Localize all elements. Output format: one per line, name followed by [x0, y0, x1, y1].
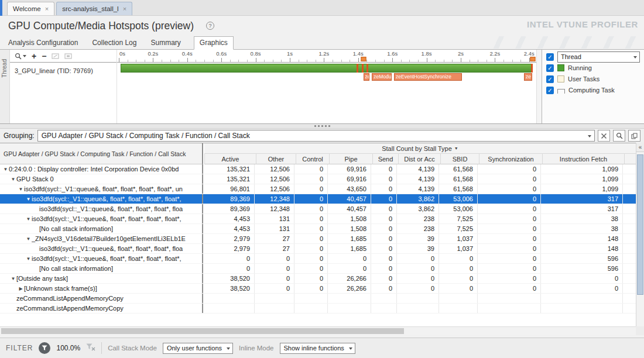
table-row[interactable]: iso3dfd(sycl::_V1::queue&, float*, float…	[0, 204, 636, 214]
copy-button[interactable]	[628, 130, 640, 142]
collapse-panel-button[interactable]: «	[636, 143, 644, 152]
cell: 39	[397, 244, 439, 253]
row-label: iso3dfd(sycl::_V1::queue&, float*, float…	[24, 184, 183, 194]
tab-collection-log[interactable]: Collection Log	[91, 37, 138, 49]
table-row[interactable]: ▼_ZN4sycl3_V16detail7Builder10getElement…	[0, 234, 636, 244]
expander-open-icon[interactable]: ▼	[25, 254, 32, 263]
timeline-scrollbar[interactable]	[536, 50, 542, 123]
table-row[interactable]: [No call stack information]00000000596	[0, 264, 636, 274]
zoom-out-button[interactable]: −	[42, 51, 46, 61]
tab-summary[interactable]: Summary	[149, 37, 181, 49]
inline-mode-select[interactable]: Show inline functions	[280, 343, 355, 354]
cell	[203, 304, 255, 313]
tab-graphics[interactable]: Graphics	[194, 36, 234, 50]
table-row[interactable]: zeCommandListAppendMemoryCopy	[0, 304, 636, 314]
user-task-segment[interactable]: zeEventHostSynchronize	[394, 73, 462, 81]
call-stack-mode-select[interactable]: Only user functions	[163, 343, 233, 354]
table-row[interactable]: iso3dfd(sycl::_V1::queue&, float*, float…	[0, 244, 636, 254]
timeline-ruler[interactable]: 0s0.2s0.4s0.6s0.8s1s1.2s1.4s1.6s1.8s2s2.…	[117, 50, 536, 63]
zoom-select-button[interactable]	[15, 53, 26, 60]
expander-open-icon[interactable]: ▼	[2, 164, 9, 174]
cell: 0	[371, 164, 397, 174]
cell: 1,099	[541, 184, 623, 194]
column-header[interactable]: SBID	[440, 154, 479, 164]
band-selector[interactable]: Thread	[557, 51, 640, 63]
table-row[interactable]: ▼iso3dfd(sycl::_V1::queue&, float*, floa…	[0, 184, 636, 194]
zoom-fit-button[interactable]	[52, 53, 59, 59]
column-header[interactable]: Other	[256, 154, 296, 164]
checkbox[interactable]: ✓	[546, 87, 554, 94]
checkbox[interactable]: ✓	[546, 64, 554, 72]
expander-open-icon[interactable]: ▼	[25, 234, 32, 243]
column-header[interactable]: Send	[372, 154, 398, 164]
table-row[interactable]: ▼GPU Stack 0135,32112,506069,91604,13961…	[0, 174, 636, 184]
column-header[interactable]: Synchronization	[479, 154, 542, 164]
expander-open-icon[interactable]: ▼	[25, 214, 32, 223]
table-row[interactable]: ▼0:24:0.0 : Display controller: Intel Co…	[0, 164, 636, 174]
cell: 0	[439, 254, 478, 263]
column-header[interactable]: Control	[296, 154, 329, 164]
horizontal-scrollbar-thumb[interactable]	[1, 328, 404, 334]
row-label: [No call stack information]	[39, 224, 113, 233]
sort-desc-icon: ▼	[454, 146, 458, 150]
cell: 0	[294, 274, 328, 283]
checkbox[interactable]: ✓	[546, 75, 554, 83]
tree-column-header[interactable]: GPU Adapter / GPU Stack / Computing Task…	[0, 143, 203, 164]
cell: 317	[541, 194, 623, 204]
table-row[interactable]: ▼[Outside any task]38,5200026,26600000	[0, 274, 636, 284]
expander-collapsed-icon[interactable]: ▶	[18, 284, 24, 293]
user-task-segment[interactable]: ze	[364, 73, 370, 81]
splitter-handle[interactable]	[0, 124, 644, 129]
thread-row-label[interactable]: 3_GPU_linear (TID: 79769)	[10, 66, 117, 76]
cell: 0	[541, 274, 623, 283]
close-icon[interactable]: ×	[123, 5, 126, 12]
column-header[interactable]: Instruction Fetch	[542, 154, 624, 164]
stall-type-group-header[interactable]: Stall Count by Stall Type ▼	[204, 143, 636, 154]
help-icon[interactable]: ?	[206, 22, 214, 30]
timeline-chart[interactable]: 0s0.2s0.4s0.6s0.8s1s1.2s1.4s1.6s1.8s2s2.…	[117, 50, 536, 123]
ruler-label: 0.4s	[182, 50, 193, 57]
trace-marker-icon[interactable]	[530, 57, 535, 61]
trace-marker-icon[interactable]	[361, 57, 366, 61]
cell-filler	[623, 234, 636, 243]
table-row[interactable]: [No call stack information]4,45313101,50…	[0, 224, 636, 234]
cell: 0	[371, 264, 397, 273]
column-header[interactable]: Active	[204, 154, 256, 164]
vertical-scrollbar[interactable]: «	[636, 143, 644, 326]
column-header[interactable]: Dist or Acc	[398, 154, 440, 164]
grouping-select[interactable]: GPU Adapter / GPU Stack / Computing Task…	[37, 130, 595, 142]
filter-label: FILTER	[6, 344, 33, 352]
expander-open-icon[interactable]: ▼	[10, 274, 16, 283]
expander-open-icon[interactable]: ▼	[25, 194, 32, 204]
cell: 7,525	[439, 214, 478, 223]
expander-open-icon[interactable]: ▼	[10, 174, 16, 184]
table-row[interactable]: ▶[Unknown stack frame(s)]38,5200026,2660…	[0, 284, 636, 294]
inline-mode-value: Show inline functions	[284, 345, 344, 352]
user-task-segment[interactable]: zeModul	[372, 73, 392, 81]
search-button[interactable]	[613, 130, 625, 142]
horizontal-scrollbar[interactable]	[0, 326, 636, 335]
cell	[203, 294, 255, 303]
zoom-region-button[interactable]	[64, 53, 72, 59]
column-header[interactable]: Pipe	[329, 154, 372, 164]
filter-funnel-icon[interactable]	[39, 342, 50, 354]
user-task-segment[interactable]: ze	[524, 73, 532, 81]
close-icon[interactable]: ×	[45, 5, 49, 12]
cell: 0	[294, 194, 328, 204]
vertical-scrollbar-thumb[interactable]	[637, 154, 643, 295]
tab-welcome[interactable]: Welcome ×	[7, 2, 54, 15]
cell: 43,650	[328, 184, 371, 194]
table-row[interactable]: ▼iso3dfd(sycl::_V1::queue&, float*, floa…	[0, 254, 636, 264]
clear-filter-button[interactable]	[86, 343, 95, 353]
customize-grouping-button[interactable]	[598, 130, 610, 142]
cell-filler	[623, 294, 636, 303]
thread-checkbox[interactable]: ✓	[546, 53, 554, 61]
zoom-in-button[interactable]: +	[32, 51, 36, 61]
running-band[interactable]	[121, 64, 533, 73]
table-row[interactable]: ▼iso3dfd(sycl::_V1::queue&, float*, floa…	[0, 194, 636, 204]
tab-analysis-configuration[interactable]: Analysis Configuration	[7, 37, 79, 49]
expander-open-icon[interactable]: ▼	[18, 184, 24, 194]
table-row[interactable]: zeCommandListAppendMemoryCopy	[0, 294, 636, 304]
table-row[interactable]: ▼iso3dfd(sycl::_V1::queue&, float*, floa…	[0, 214, 636, 224]
tab-src-analysis[interactable]: src-analysis_stall_l ×	[56, 2, 132, 15]
